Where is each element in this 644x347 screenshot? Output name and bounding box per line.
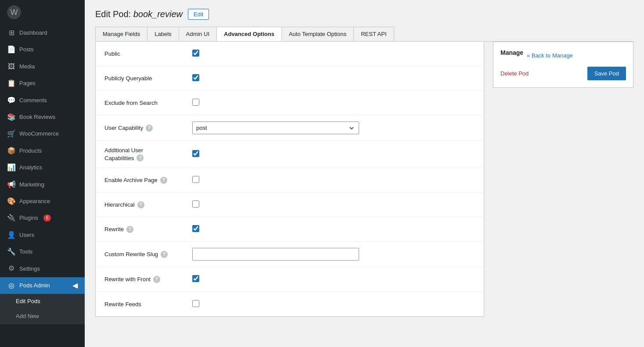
sidebar-item-label: Pages <box>19 79 36 87</box>
sidebar-item-marketing[interactable]: 📢 Marketing <box>0 176 85 193</box>
row-exclude-from-search: Exclude from Search <box>96 91 484 115</box>
row-public: Public <box>96 42 484 66</box>
control-rewrite-feeds <box>192 300 475 308</box>
row-additional-user-capabilities: Additional User Capabilities ? <box>96 141 484 168</box>
control-hierarchical <box>192 200 475 209</box>
sidebar-item-media[interactable]: 🖼 Media <box>0 58 85 75</box>
wp-logo-area: W <box>0 0 85 25</box>
sidebar-item-appearance[interactable]: 🎨 Appearance <box>0 193 85 210</box>
marketing-icon: 📢 <box>7 180 16 190</box>
sidebar-item-analytics[interactable]: 📊 Analytics <box>0 159 85 176</box>
row-hierarchical: Hierarchical ? <box>96 193 484 217</box>
tab-auto-template-options[interactable]: Auto Template Options <box>281 27 354 41</box>
sidebar-item-woocommerce[interactable]: 🛒 WooCommerce <box>0 125 85 142</box>
sidebar-item-label: Products <box>19 147 42 155</box>
tab-labels[interactable]: Labels <box>147 27 179 41</box>
input-custom-rewrite-slug[interactable] <box>192 248 359 261</box>
sidebar-item-pages[interactable]: 📋 Pages <box>0 75 85 92</box>
sidebar-item-label: Dashboard <box>19 29 47 37</box>
edit-button[interactable]: Edit <box>188 9 209 20</box>
sidebar: W ⊞ Dashboard 📄 Posts 🖼 Media 📋 Pages 💬 … <box>0 0 85 347</box>
control-publicly-queryable <box>192 74 475 82</box>
checkbox-publicly-queryable[interactable] <box>192 74 199 81</box>
sidebar-item-label: Pods Admin <box>19 282 50 290</box>
checkbox-enable-archive-page[interactable] <box>192 176 199 183</box>
help-icon-rewrite[interactable]: ? <box>126 226 133 233</box>
row-custom-rewrite-slug: Custom Rewrite Slug ? <box>96 242 484 267</box>
tab-advanced-options[interactable]: Advanced Options <box>216 27 282 41</box>
side-panel-title: Manage <box>500 49 523 56</box>
form-panel: Public Publicly Queryable Exclude from S… <box>95 42 484 317</box>
sidebar-subitem-edit-pods[interactable]: Edit Pods <box>0 294 85 309</box>
label-custom-rewrite-slug: Custom Rewrite Slug ? <box>104 251 192 258</box>
back-to-manage-link[interactable]: « Back to Manage <box>527 52 573 59</box>
wp-logo-icon: W <box>7 5 21 19</box>
control-public <box>192 50 475 58</box>
sidebar-item-settings[interactable]: ⚙ Settings <box>0 260 85 277</box>
delete-pod-link[interactable]: Delete Pod <box>500 70 529 77</box>
side-panel-box: Manage « Back to Manage Delete Pod Save … <box>493 42 633 88</box>
help-icon-user-capability[interactable]: ? <box>146 125 153 132</box>
save-pod-button[interactable]: Save Pod <box>587 67 626 80</box>
help-icon-rewrite-with-front[interactable]: ? <box>153 276 160 283</box>
checkbox-rewrite-feeds[interactable] <box>192 300 199 307</box>
sidebar-item-users[interactable]: 👤 Users <box>0 227 85 243</box>
help-icon-enable-archive-page[interactable]: ? <box>160 177 167 184</box>
sidebar-item-pods-admin[interactable]: ◎ Pods Admin ◀ <box>0 277 85 294</box>
book-reviews-icon: 📚 <box>7 112 16 122</box>
select-user-capability[interactable]: post page custom <box>192 122 359 134</box>
sidebar-item-label: Media <box>19 63 35 71</box>
content-wrap: Public Publicly Queryable Exclude from S… <box>95 42 633 317</box>
products-icon: 📦 <box>7 146 16 156</box>
tab-rest-api[interactable]: REST API <box>353 27 394 41</box>
analytics-icon: 📊 <box>7 163 16 172</box>
control-rewrite <box>192 225 475 233</box>
control-user-capability: post page custom <box>192 122 475 134</box>
sidebar-item-products[interactable]: 📦 Products <box>0 143 85 159</box>
sidebar-item-label: Tools <box>19 248 32 256</box>
label-exclude-from-search: Exclude from Search <box>104 100 192 106</box>
appearance-icon: 🎨 <box>7 197 16 206</box>
side-panel-actions: Delete Pod Save Pod <box>500 67 626 80</box>
control-custom-rewrite-slug <box>192 248 475 261</box>
sidebar-item-label: Posts <box>19 46 34 54</box>
control-rewrite-with-front <box>192 275 475 283</box>
sidebar-subitem-add-new[interactable]: Add New <box>0 309 85 324</box>
control-exclude-from-search <box>192 99 475 107</box>
pods-submenu: Edit Pods Add New <box>0 294 85 324</box>
sidebar-item-plugins[interactable]: 🔌 Plugins 6 <box>0 210 85 226</box>
checkbox-hierarchical[interactable] <box>192 200 199 207</box>
sidebar-item-tools[interactable]: 🔧 Tools <box>0 243 85 260</box>
help-icon-custom-rewrite-slug[interactable]: ? <box>161 251 168 258</box>
sidebar-item-comments[interactable]: 💬 Comments <box>0 92 85 109</box>
sidebar-subitem-label: Edit Pods <box>16 297 40 305</box>
row-rewrite-feeds: Rewrite Feeds <box>96 292 484 316</box>
sidebar-item-label: Plugins <box>19 214 38 222</box>
sidebar-item-posts[interactable]: 📄 Posts <box>0 41 85 58</box>
sidebar-item-label: Appearance <box>19 197 50 205</box>
row-publicly-queryable: Publicly Queryable <box>96 66 484 91</box>
help-icon-hierarchical[interactable]: ? <box>137 201 144 208</box>
label-hierarchical: Hierarchical ? <box>104 201 192 208</box>
sidebar-item-book-reviews[interactable]: 📚 Book Reviews <box>0 109 85 125</box>
control-additional-user-capabilities <box>192 150 475 158</box>
label-rewrite-with-front: Rewrite with Front ? <box>104 276 192 283</box>
users-icon: 👤 <box>7 230 16 240</box>
checkbox-exclude-from-search[interactable] <box>192 99 199 106</box>
sidebar-subitem-label: Add New <box>16 312 39 320</box>
side-panel-header: Manage « Back to Manage <box>500 49 626 61</box>
tab-admin-ui[interactable]: Admin UI <box>179 27 217 41</box>
pages-icon: 📋 <box>7 79 16 88</box>
pods-admin-icon: ◎ <box>7 281 16 290</box>
checkbox-rewrite[interactable] <box>192 225 199 232</box>
checkbox-rewrite-with-front[interactable] <box>192 275 199 282</box>
sidebar-item-dashboard[interactable]: ⊞ Dashboard <box>0 25 85 41</box>
label-user-capability: User Capability ? <box>104 125 192 132</box>
page-header: Edit Pod: book_review Edit <box>95 9 633 20</box>
plugins-badge: 6 <box>43 215 51 222</box>
tab-manage-fields[interactable]: Manage Fields <box>95 27 148 41</box>
checkbox-additional-user-capabilities[interactable] <box>192 150 199 157</box>
checkbox-public[interactable] <box>192 50 199 57</box>
tools-icon: 🔧 <box>7 247 16 257</box>
help-icon-additional-user-capabilities[interactable]: ? <box>137 154 144 161</box>
